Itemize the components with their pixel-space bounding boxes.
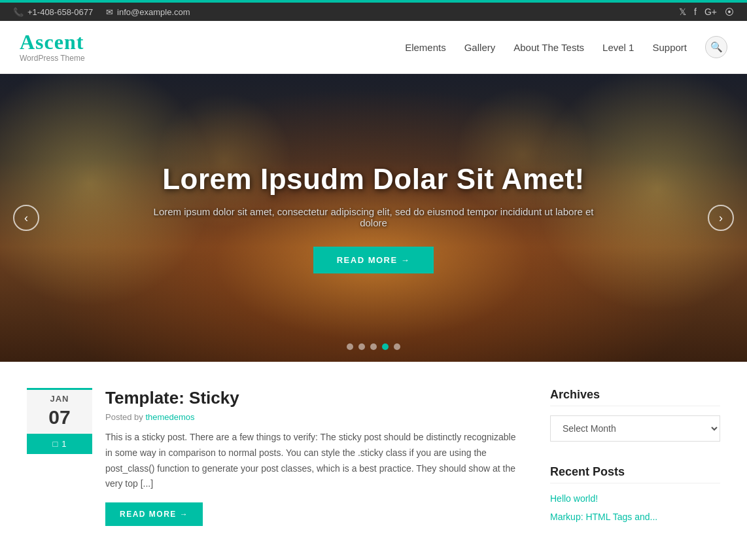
slide-dot-2[interactable] — [358, 343, 365, 350]
facebook-link[interactable]: f — [694, 7, 697, 17]
post-meta-prefix: Posted by — [105, 412, 143, 422]
nav-support[interactable]: Support — [652, 42, 687, 53]
post-comments-badge[interactable]: □ 1 — [27, 434, 92, 454]
nav-about[interactable]: About The Tests — [513, 42, 584, 53]
social-links: 𝕏 f G+ ⦿ — [679, 7, 734, 17]
slide-dot-4[interactable] — [382, 343, 389, 350]
hero-content: Lorem Ipsudm Dolar Sit Amet! Lorem ipsum… — [118, 163, 629, 273]
nav-elements[interactable]: Elements — [405, 42, 446, 53]
post-body: Template: Sticky Posted by themedemos Th… — [105, 388, 517, 526]
post-readmore-button[interactable]: READ MORE → — [105, 502, 203, 526]
post-title: Template: Sticky — [105, 388, 517, 408]
post-date-box: JAN 07 □ 1 — [27, 388, 92, 526]
phone-number: +1-408-658-0677 — [27, 7, 93, 17]
posts-area: JAN 07 □ 1 Template: Sticky Posted by th… — [27, 388, 517, 546]
github-link[interactable]: ⦿ — [725, 7, 734, 17]
googleplus-link[interactable]: G+ — [704, 7, 717, 17]
logo-area: Ascent WordPress Theme — [20, 31, 85, 63]
post-day: 07 — [27, 405, 92, 434]
archives-title: Archives — [550, 388, 720, 406]
phone-info: 📞 +1-408-658-0677 — [13, 7, 93, 17]
recent-posts-title: Recent Posts — [550, 465, 720, 483]
nav-gallery[interactable]: Gallery — [464, 42, 496, 53]
post-meta: Posted by themedemos — [105, 412, 517, 422]
hero-readmore-button[interactable]: READ MORE → — [313, 247, 434, 273]
site-header: Ascent WordPress Theme Elements Gallery … — [0, 21, 747, 74]
slider-prev-button[interactable]: ‹ — [13, 205, 39, 231]
main-content: JAN 07 □ 1 Template: Sticky Posted by th… — [14, 362, 733, 560]
post-author-link[interactable]: themedemos — [145, 412, 194, 422]
site-tagline: WordPress Theme — [20, 54, 85, 63]
search-icon: 🔍 — [710, 41, 723, 53]
sidebar: Archives Select Month January 2023 Decem… — [550, 388, 720, 546]
recent-post-2-link[interactable]: Markup: HTML Tags and... — [550, 512, 657, 522]
recent-post-2: Markup: HTML Tags and... — [550, 511, 720, 523]
hero-slider: ‹ Lorem Ipsudm Dolar Sit Amet! Lorem ips… — [0, 74, 747, 362]
phone-icon: 📞 — [13, 7, 24, 17]
main-nav: Elements Gallery About The Tests Level 1… — [405, 36, 727, 58]
topbar-contact: 📞 +1-408-658-0677 ✉ info@example.com — [13, 7, 190, 17]
search-button[interactable]: 🔍 — [705, 36, 727, 58]
comment-count: 1 — [61, 439, 66, 449]
recent-post-1-link[interactable]: Hello world! — [550, 493, 598, 504]
post-month: JAN — [27, 390, 92, 405]
topbar: 📞 +1-408-658-0677 ✉ info@example.com 𝕏 f… — [0, 3, 747, 21]
slide-dot-5[interactable] — [394, 343, 400, 350]
slide-dot-3[interactable] — [370, 343, 377, 350]
email-info: ✉ info@example.com — [106, 7, 190, 17]
archives-section: Archives Select Month January 2023 Decem… — [550, 388, 720, 442]
nav-level1[interactable]: Level 1 — [602, 42, 634, 53]
email-icon: ✉ — [106, 7, 113, 17]
slider-next-button[interactable]: › — [708, 205, 734, 231]
recent-post-1: Hello world! — [550, 493, 720, 504]
hero-subtitle: Lorem ipsum dolor sit amet, consectetur … — [145, 206, 602, 228]
recent-posts-list: Hello world! Markup: HTML Tags and... — [550, 493, 720, 523]
site-logo[interactable]: Ascent — [20, 31, 85, 52]
comment-icon: □ — [52, 439, 58, 449]
recent-posts-section: Recent Posts Hello world! Markup: HTML T… — [550, 465, 720, 523]
archives-select[interactable]: Select Month January 2023 December 2022 … — [550, 415, 720, 442]
twitter-link[interactable]: 𝕏 — [679, 7, 686, 17]
post-excerpt: This is a sticky post. There are a few t… — [105, 430, 517, 492]
hero-title: Lorem Ipsudm Dolar Sit Amet! — [145, 163, 602, 196]
slider-dots — [347, 343, 400, 350]
email-address: info@example.com — [117, 7, 190, 17]
slide-dot-1[interactable] — [347, 343, 353, 350]
post-item: JAN 07 □ 1 Template: Sticky Posted by th… — [27, 388, 517, 526]
